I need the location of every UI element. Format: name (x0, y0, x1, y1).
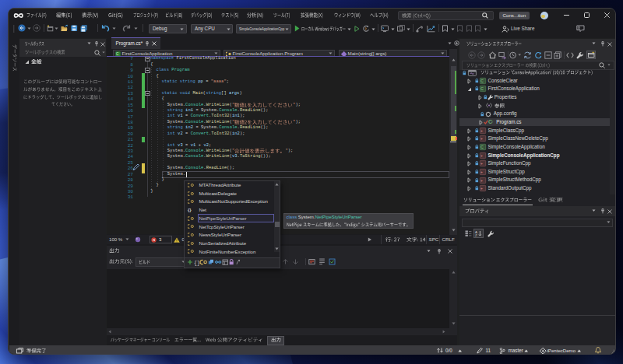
svg-text:#: # (491, 120, 494, 124)
svg-text:C: C (480, 79, 484, 83)
svg-text:+: + (480, 161, 483, 166)
svg-text:{}: {} (194, 261, 200, 266)
svg-text:+: + (480, 136, 483, 141)
svg-text:+: + (480, 186, 483, 191)
svg-text:C: C (480, 87, 484, 92)
svg-text:C: C (480, 145, 484, 149)
svg-text:+: + (480, 128, 483, 133)
svg-text:+: + (480, 170, 483, 174)
svg-text:+: + (480, 153, 483, 158)
svg-text:+: + (480, 178, 483, 183)
svg-text:Z: Z (475, 233, 477, 237)
